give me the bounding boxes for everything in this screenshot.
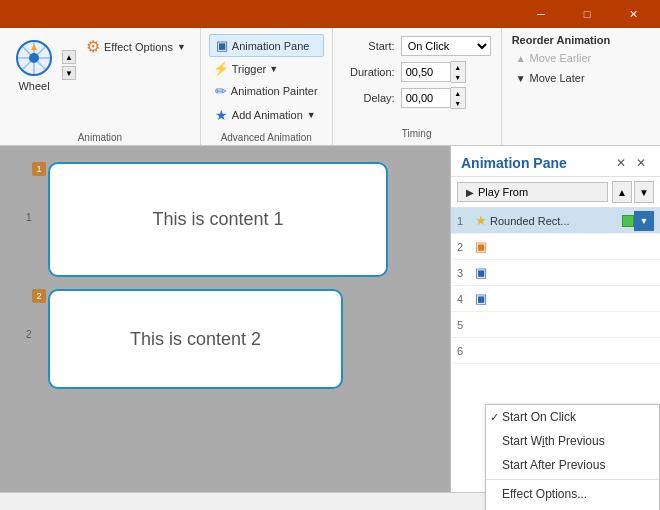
nav-down-button[interactable]: ▼ <box>634 181 654 203</box>
scroll-arrows: ▲ ▼ <box>62 50 76 80</box>
animation-pane-icon: ▣ <box>216 38 228 53</box>
move-later-icon: ▼ <box>516 73 526 84</box>
title-bar-buttons: ─ □ ✕ <box>518 0 656 28</box>
start-after-previous-label: Start After Previous <box>502 458 605 472</box>
slide-2-container: 2 2 This is content 2 <box>26 289 434 389</box>
anim-row-1-label: Rounded Rect... <box>490 215 622 227</box>
anim-row-3-num: 3 <box>457 267 471 279</box>
anim-row-3[interactable]: 3 ▣ <box>451 260 660 286</box>
start-label: Start: <box>343 40 395 52</box>
slide-2-badge: 2 <box>32 289 46 303</box>
slide-panel: 1 1 This is content 1 2 2 This is conten… <box>0 146 450 492</box>
duration-up[interactable]: ▲ <box>451 62 465 72</box>
nav-up-button[interactable]: ▲ <box>612 181 632 203</box>
anim-row-5[interactable]: 5 <box>451 312 660 338</box>
duration-spin: ▲ ▼ <box>451 61 466 83</box>
dropdown-start-on-click[interactable]: Start On Click <box>486 405 659 429</box>
slide-1-badge: 1 <box>32 162 46 176</box>
effect-options-button[interactable]: ⚙ Effect Options ▼ <box>80 34 192 59</box>
scroll-down-arrow[interactable]: ▼ <box>62 66 76 80</box>
anim-row-1[interactable]: 1 ★ Rounded Rect... ▼ <box>451 208 660 234</box>
start-select[interactable]: On Click With Previous After Previous <box>401 36 491 56</box>
add-animation-caret: ▼ <box>307 110 316 120</box>
slide-1-text: This is content 1 <box>152 209 283 230</box>
move-later-button[interactable]: ▼ Move Later <box>512 70 611 86</box>
delay-row: Delay: ▲ ▼ <box>343 86 491 110</box>
ribbon-animations-group: Wheel ▲ ▼ ⚙ Effect Options ▼ Animation <box>0 28 201 145</box>
effect-options-item-label: Effect Options... <box>502 487 587 501</box>
add-animation-button[interactable]: ★ Add Animation ▼ <box>209 104 324 126</box>
animation-pane-header: Animation Pane ✕ ✕ <box>451 146 660 177</box>
slide-2-text: This is content 2 <box>130 329 261 350</box>
ribbon-group-advanced-label: Advanced Animation <box>221 130 312 143</box>
animation-painter-icon: ✏ <box>215 83 227 99</box>
animation-painter-button[interactable]: ✏ Animation Painter <box>209 80 324 102</box>
slide-2-card[interactable]: 2 This is content 2 <box>48 289 343 389</box>
ribbon-reorder-group: Reorder Animation ▲ Move Earlier ▼ Move … <box>502 28 621 145</box>
animation-pane: Animation Pane ✕ ✕ ▶ Play From ▲ ▼ 1 ★ R… <box>450 146 660 492</box>
anim-row-4[interactable]: 4 ▣ <box>451 286 660 312</box>
start-on-click-label: Start On Click <box>502 410 576 424</box>
animation-painter-label: Animation Painter <box>231 85 318 97</box>
slide-1-number: 1 <box>26 212 38 223</box>
ribbon: Wheel ▲ ▼ ⚙ Effect Options ▼ Animation <box>0 28 660 146</box>
duration-input[interactable] <box>401 62 451 82</box>
anim-row-6[interactable]: 6 <box>451 338 660 364</box>
dropdown-separator-1 <box>486 479 659 480</box>
add-animation-icon: ★ <box>215 107 228 123</box>
duration-down[interactable]: ▼ <box>451 72 465 82</box>
advanced-content: ▣ Animation Pane ⚡ Trigger ▼ ✏ Animation… <box>209 34 324 130</box>
ribbon-advanced-group: ▣ Animation Pane ⚡ Trigger ▼ ✏ Animation… <box>201 28 333 145</box>
dropdown-effect-options[interactable]: Effect Options... <box>486 482 659 506</box>
main-area: 1 1 This is content 1 2 2 This is conten… <box>0 146 660 492</box>
reorder-title: Reorder Animation <box>512 34 611 46</box>
anim-row-2[interactable]: 2 ▣ <box>451 234 660 260</box>
title-bar: ─ □ ✕ <box>0 0 660 28</box>
play-from-label: Play From <box>478 186 528 198</box>
effect-options-icon: ⚙ <box>86 37 100 56</box>
delay-spin: ▲ ▼ <box>451 87 466 109</box>
animation-pane-title: Animation Pane <box>461 155 567 171</box>
maximize-button[interactable]: □ <box>564 0 610 28</box>
dropdown-timing[interactable]: Timing... <box>486 506 659 510</box>
delay-down[interactable]: ▼ <box>451 98 465 108</box>
advanced-btns: ▣ Animation Pane ⚡ Trigger ▼ ✏ Animation… <box>209 34 324 126</box>
play-from-button[interactable]: ▶ Play From <box>457 182 608 202</box>
dropdown-start-with-previous[interactable]: Start With Previous <box>486 429 659 453</box>
effect-animation-group: ⚙ Effect Options ▼ <box>80 34 192 59</box>
move-earlier-button[interactable]: ▲ Move Earlier <box>512 50 611 66</box>
move-earlier-label: Move Earlier <box>530 52 592 64</box>
pane-pin-button[interactable]: ✕ <box>612 154 630 172</box>
play-icon: ▶ <box>466 187 474 198</box>
anim-row-5-num: 5 <box>457 319 471 331</box>
anim-row-4-num: 4 <box>457 293 471 305</box>
trigger-button[interactable]: ⚡ Trigger ▼ <box>209 59 324 78</box>
add-animation-label: Add Animation <box>232 109 303 121</box>
dropdown-start-after-previous[interactable]: Start After Previous <box>486 453 659 477</box>
anim-row-1-star-icon: ★ <box>475 213 487 228</box>
duration-input-group: ▲ ▼ <box>401 61 466 83</box>
animations-content: Wheel ▲ ▼ ⚙ Effect Options ▼ <box>8 34 192 130</box>
pane-close-button[interactable]: ✕ <box>632 154 650 172</box>
slide-1-card[interactable]: 1 This is content 1 <box>48 162 388 277</box>
trigger-caret-icon: ▼ <box>269 64 278 74</box>
slide-2-number: 2 <box>26 329 38 340</box>
wheel-label: Wheel <box>18 80 49 92</box>
play-from-bar: ▶ Play From ▲ ▼ <box>451 177 660 208</box>
start-row: Start: On Click With Previous After Prev… <box>343 34 491 58</box>
wheel-button[interactable]: Wheel <box>8 34 60 96</box>
trigger-icon: ⚡ <box>213 61 229 76</box>
ribbon-timing-group: Start: On Click With Previous After Prev… <box>333 28 502 145</box>
animation-pane-label: Animation Pane <box>232 40 310 52</box>
move-later-label: Move Later <box>530 72 585 84</box>
duration-row: Duration: ▲ ▼ <box>343 60 491 84</box>
minimize-button[interactable]: ─ <box>518 0 564 28</box>
close-button[interactable]: ✕ <box>610 0 656 28</box>
delay-up[interactable]: ▲ <box>451 88 465 98</box>
delay-input[interactable] <box>401 88 451 108</box>
anim-row-1-dropdown[interactable]: ▼ <box>634 211 654 231</box>
animation-pane-button[interactable]: ▣ Animation Pane <box>209 34 324 57</box>
scroll-up-arrow[interactable]: ▲ <box>62 50 76 64</box>
start-with-previous-label: Start With Previous <box>502 434 605 448</box>
delay-input-group: ▲ ▼ <box>401 87 466 109</box>
